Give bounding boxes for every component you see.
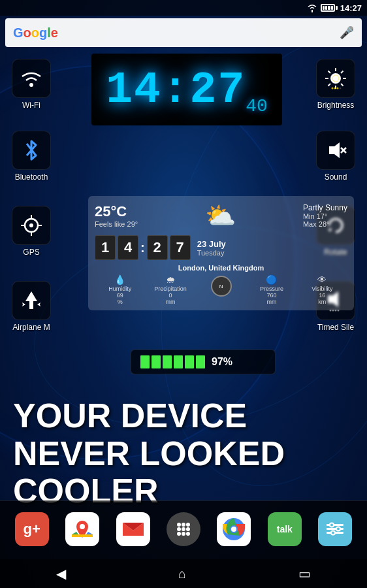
svg-point-41 bbox=[186, 532, 190, 536]
svg-point-38 bbox=[186, 527, 190, 531]
weather-feels-like: Feels like 29° bbox=[95, 220, 138, 228]
dock-gplus[interactable]: g+ bbox=[15, 512, 49, 546]
sound-icon bbox=[324, 139, 347, 162]
humidity-label: Humidity bbox=[108, 286, 131, 292]
pressure-value: 760 bbox=[266, 292, 276, 299]
dock-hangouts[interactable]: talk bbox=[268, 512, 302, 546]
brightness-app-icon[interactable]: Brightness bbox=[316, 59, 355, 110]
svg-point-11 bbox=[332, 88, 334, 90]
mic-icon[interactable]: 🎤 bbox=[340, 25, 354, 40]
status-time: 14:27 bbox=[340, 3, 362, 13]
wifi-icon-box bbox=[12, 59, 51, 98]
weather-widget: 25°C Feels like 29° ⛅ Partly Sunny Min 1… bbox=[88, 196, 354, 310]
sound-app-icon[interactable]: Sound bbox=[316, 131, 355, 182]
brightness-icon-box bbox=[316, 59, 355, 98]
search-bar[interactable]: Google 🎤 bbox=[5, 18, 362, 47]
status-bar: 14:27 bbox=[0, 0, 367, 16]
precip-value: 0 bbox=[169, 292, 172, 299]
svg-line-8 bbox=[341, 71, 343, 74]
battery-bars bbox=[140, 355, 205, 368]
flip-month: 23 July bbox=[197, 239, 226, 249]
home-button[interactable]: ⌂ bbox=[165, 561, 199, 587]
visibility-unit: km bbox=[318, 299, 326, 305]
airplane-icon-box bbox=[12, 281, 51, 320]
clock-hours: 14 bbox=[106, 65, 162, 115]
battery-seg-6 bbox=[196, 355, 205, 368]
dock-maps[interactable] bbox=[65, 512, 99, 546]
svg-point-12 bbox=[334, 88, 336, 90]
precip-unit: mm bbox=[166, 299, 176, 305]
battery-status-icon bbox=[321, 4, 338, 12]
back-button[interactable]: ◀ bbox=[43, 561, 79, 587]
bluetooth-icon bbox=[22, 137, 41, 163]
dock-apps[interactable] bbox=[167, 512, 200, 546]
airplane-icon bbox=[19, 288, 44, 313]
battery-seg-2 bbox=[152, 355, 161, 368]
clock-widget: 14:27 40 bbox=[91, 54, 282, 125]
pressure-label: Pressure bbox=[260, 286, 283, 292]
svg-point-37 bbox=[182, 527, 185, 531]
svg-point-40 bbox=[182, 532, 185, 536]
svg-line-6 bbox=[328, 71, 331, 74]
sound-label: Sound bbox=[325, 172, 347, 182]
wifi-status-icon bbox=[306, 3, 318, 12]
promo-line2: NEVER LOOKED bbox=[13, 435, 354, 472]
flip-m1: 2 bbox=[147, 235, 168, 260]
pressure-detail: 🔵 Pressure 760 mm bbox=[246, 274, 296, 305]
bluetooth-icon-box bbox=[12, 131, 51, 170]
brightness-label: Brightness bbox=[317, 101, 355, 110]
bluetooth-label: Bluetooth bbox=[15, 172, 48, 182]
flip-dayname: Tuesday bbox=[197, 249, 226, 257]
gps-label: GPS bbox=[23, 248, 39, 257]
chrome-icon bbox=[217, 512, 251, 546]
gps-app-icon[interactable]: GPS bbox=[12, 206, 51, 257]
timed-silent-label: Timed Sile bbox=[317, 323, 354, 332]
weather-temperature: 25°C bbox=[95, 203, 138, 220]
compass-detail: N bbox=[196, 274, 246, 305]
flip-date: 23 July Tuesday bbox=[197, 239, 226, 257]
wifi-icon bbox=[20, 69, 42, 88]
svg-point-13 bbox=[337, 88, 339, 90]
wifi-app-icon[interactable]: Wi-Fi bbox=[12, 59, 51, 110]
weather-max: Max 28° bbox=[303, 220, 347, 228]
battery-seg-4 bbox=[174, 355, 183, 368]
recent-button[interactable]: ▭ bbox=[285, 561, 324, 587]
status-icons: 14:27 bbox=[306, 3, 362, 13]
promo-text: YOUR DEVICE NEVER LOOKED COOLER bbox=[13, 397, 354, 510]
weather-icon: ⛅ bbox=[205, 201, 236, 230]
airplane-app-icon[interactable]: Airplane M bbox=[12, 281, 51, 332]
settings-icon bbox=[318, 512, 352, 546]
svg-point-51 bbox=[331, 531, 335, 534]
apps-icon bbox=[167, 512, 200, 546]
gplus-icon: g+ bbox=[15, 512, 49, 546]
visibility-value: 16 bbox=[319, 292, 325, 299]
flip-clock: 1 4 : 2 7 bbox=[95, 235, 191, 260]
svg-marker-15 bbox=[329, 142, 340, 158]
svg-point-34 bbox=[182, 523, 185, 527]
svg-rect-31 bbox=[72, 534, 93, 537]
weather-location: London, United Kingdom bbox=[95, 264, 347, 272]
flip-h2: 4 bbox=[118, 235, 138, 260]
weather-left: 25°C Feels like 29° bbox=[95, 203, 138, 228]
weather-right: Partly Sunny Min 17° Max 28° bbox=[303, 203, 347, 228]
dock-gmail[interactable] bbox=[116, 512, 150, 546]
battery-percentage: 97% bbox=[212, 356, 232, 368]
svg-rect-46 bbox=[327, 524, 343, 526]
flip-m2: 7 bbox=[170, 235, 191, 260]
dock-settings[interactable] bbox=[318, 512, 352, 546]
battery-seg-1 bbox=[140, 355, 150, 368]
promo-line1: YOUR DEVICE bbox=[13, 397, 354, 434]
weather-condition: Partly Sunny bbox=[303, 203, 347, 212]
nav-bar: ◀ ⌂ ▭ bbox=[0, 559, 367, 588]
wifi-label: Wi-Fi bbox=[22, 101, 40, 110]
sound-icon-box bbox=[316, 131, 355, 170]
bluetooth-app-icon[interactable]: Bluetooth bbox=[12, 131, 51, 182]
brightness-icon bbox=[324, 67, 347, 90]
dock: g+ bbox=[0, 500, 367, 559]
pressure-unit: mm bbox=[266, 299, 276, 305]
dock-chrome[interactable] bbox=[217, 512, 251, 546]
svg-point-39 bbox=[177, 532, 181, 536]
humidity-value: 69 bbox=[117, 292, 123, 299]
clock-minutes: 27 bbox=[190, 65, 246, 115]
compass-icon: N bbox=[211, 276, 232, 297]
